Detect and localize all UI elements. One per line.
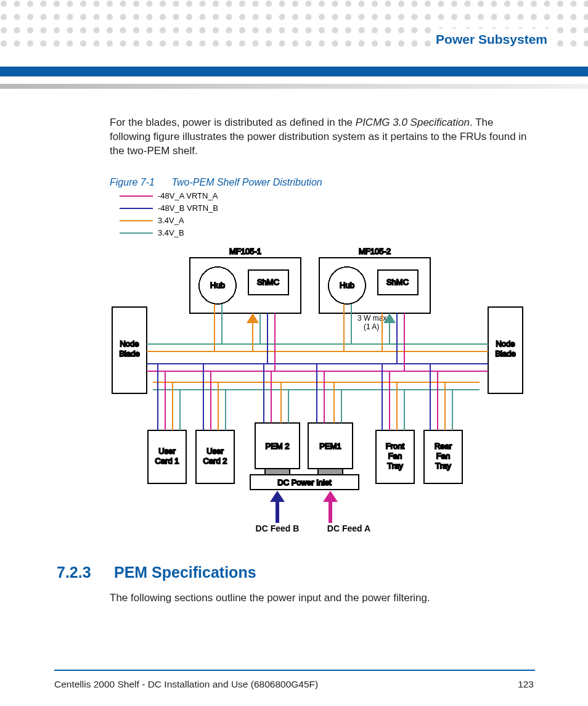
legend: -48V_A VRTN_A -48V_B VRTN_B 3.4V_A 3.4V_… [120,191,218,237]
svg-text:User: User [206,446,224,456]
node-left-l2: Blade [119,349,139,358]
section-heading: 7.2.3 PEM Specifications [57,564,256,581]
svg-marker-34 [270,491,285,502]
mf105-1-label: MF105-1 [229,247,261,256]
shmc-1-label: ShMC [257,277,279,287]
svg-text:Rear: Rear [435,441,452,451]
svg-marker-36 [323,491,338,502]
dc-feed-arrows [270,491,338,523]
section-body: The following sections outline the power… [110,592,430,604]
legend-label-3: 3.4V_B [158,228,184,237]
footer-page-number: 123 [518,679,534,690]
svg-text:Fan: Fan [436,451,450,461]
svg-text:Front: Front [386,441,405,451]
running-header-title: Power Subsystem [431,28,551,51]
legend-label-2: 3.4V_A [158,216,184,225]
node-left-l1: Node [120,339,139,348]
svg-rect-23 [318,469,343,475]
intro-paragraph: For the blades, power is distributed as … [110,116,535,158]
header-rule-gray [0,84,588,89]
shmc-2-label: ShMC [386,277,409,287]
dc-feed-b-label: DC Feed B [256,523,300,532]
mf105-2-label: MF105-2 [359,247,391,256]
dc-feed-a-label: DC Feed A [327,523,370,532]
svg-text:User: User [158,446,176,456]
svg-rect-22 [265,469,290,475]
pem2-label: PEM 2 [265,441,289,451]
footer-rule [54,670,535,671]
figure-number: Figure 7-1 [110,177,169,188]
node-right-l1: Node [496,339,515,348]
svg-text:Card 2: Card 2 [203,456,227,466]
svg-text:(1 A): (1 A) [364,322,379,331]
hub-1-label: Hub [210,281,225,290]
figure-title: Two-PEM Shelf Power Distribution [171,177,322,187]
header-rule-blue [0,67,588,76]
legend-label-0: -48V_A VRTN_A [158,191,218,200]
section-title: PEM Specifications [114,564,256,581]
svg-text:Fan: Fan [388,451,402,461]
pem1-label: PEM1 [319,441,341,451]
hub-2-label: Hub [340,281,354,290]
dc-inlet-label: DC Power Inlet [277,478,332,487]
figure-caption: Figure 7-1 Two-PEM Shelf Power Distribut… [110,177,535,188]
intro-text-a: For the blades, power is distributed as … [110,117,356,128]
figure-diagram: -48V_A VRTN_A -48V_B VRTN_B 3.4V_A 3.4V_… [110,190,525,532]
legend-label-1: -48V_B VRTN_B [158,203,218,213]
svg-marker-47 [247,313,259,323]
intro-text-ital: PICMG 3.0 Specification [356,117,470,128]
svg-text:Tray: Tray [435,461,451,470]
svg-text:Tray: Tray [387,461,403,470]
section-number: 7.2.3 [57,564,110,581]
footer-doc-title: Centellis 2000 Shelf - DC Installation a… [54,679,318,690]
node-right-l2: Blade [495,349,515,358]
svg-text:Card 1: Card 1 [155,456,179,466]
